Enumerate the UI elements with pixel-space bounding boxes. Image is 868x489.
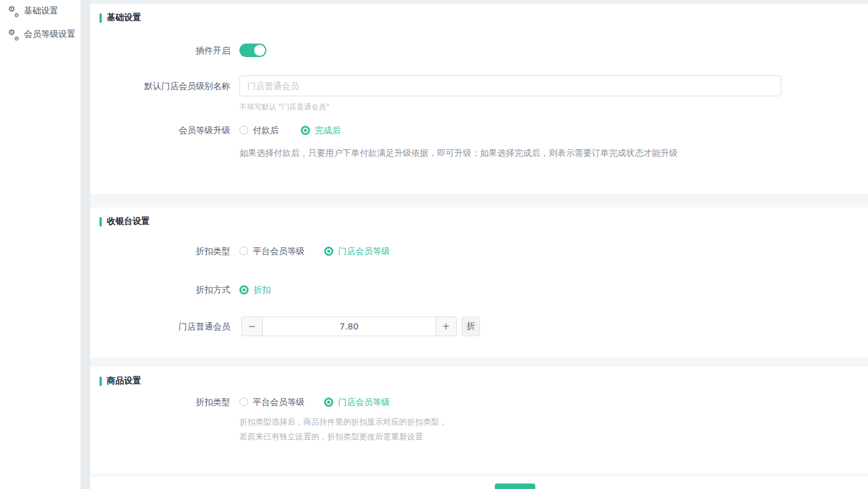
sidebar-item-basic-settings[interactable]: ⚙⚙ 基础设置 — [8, 4, 58, 18]
save-button[interactable] — [495, 483, 535, 489]
section-title-bar — [99, 377, 102, 386]
level-upgrade-help: 如果选择付款后，只要用户下单付款满足升级依据，即可升级；如果选择完成后，则表示需… — [239, 147, 678, 158]
radio-circle — [239, 247, 248, 255]
stepper-decrease-button[interactable]: − — [241, 317, 262, 336]
sidebar-item-label: 基础设置 — [24, 6, 58, 17]
cogs-icon: ⚙⚙ — [8, 6, 19, 16]
goods-discount-type-label: 折扣类型 — [90, 396, 230, 408]
radio-store-member-level[interactable]: 门店会员等级 — [324, 396, 390, 408]
sidebar-item-label: 会员等级设置 — [24, 29, 76, 40]
footer-divider — [90, 473, 868, 477]
level-upgrade-radio-group: 付款后 完成后 — [239, 124, 341, 136]
sidebar-item-member-level-settings[interactable]: ⚙⚙ 会员等级设置 — [8, 27, 76, 42]
cashier-discount-type-radio-group: 平台会员等级 门店会员等级 — [239, 245, 390, 257]
discount-mode-label: 折扣方式 — [90, 283, 230, 296]
discount-stepper: − + 折 — [241, 317, 480, 336]
member-settings-page: ⚙⚙ 基础设置 ⚙⚙ 会员等级设置 基础设置 插件开启 默认门店会员级别名称 不… — [0, 0, 868, 489]
radio-circle — [301, 126, 310, 135]
stepper-increase-button[interactable]: + — [436, 317, 457, 336]
stepper-value-input[interactable] — [262, 317, 436, 336]
goods-settings-card: 商品设置 折扣类型 平台会员等级 门店会员等级 折扣类型选择后，商品挂件里的折扣… — [90, 367, 868, 473]
radio-after-payment[interactable]: 付款后 — [239, 124, 279, 136]
cogs-icon: ⚙⚙ — [8, 29, 19, 39]
default-level-name-input[interactable] — [239, 75, 781, 96]
section-title-goods: 商品设置 — [99, 375, 141, 387]
goods-discount-help-line2: 若原来已有独立设置的，折扣类型更改后需重新设置 — [239, 431, 423, 442]
sidebar: ⚙⚙ 基础设置 ⚙⚙ 会员等级设置 — [0, 0, 80, 489]
card-gap — [90, 358, 868, 367]
radio-circle — [239, 126, 248, 134]
plugin-enable-label: 插件开启 — [90, 44, 230, 56]
store-member-discount-label: 门店普通会员 — [90, 320, 230, 333]
section-title-text: 收银台设置 — [107, 216, 150, 227]
radio-after-completion[interactable]: 完成后 — [301, 124, 341, 136]
radio-circle — [239, 285, 249, 295]
section-title-cashier: 收银台设置 — [99, 216, 150, 227]
radio-store-member-level[interactable]: 门店会员等级 — [324, 245, 390, 257]
section-title-bar — [99, 13, 102, 23]
discount-unit-addon: 折 — [462, 317, 480, 336]
cashier-settings-card: 收银台设置 折扣类型 平台会员等级 门店会员等级 折扣方式 折扣 — [90, 207, 868, 358]
default-level-name-help: 不填写默认 "门店普通会员" — [239, 102, 330, 112]
goods-discount-type-radio-group: 平台会员等级 门店会员等级 — [239, 396, 390, 408]
basic-settings-card: 基础设置 插件开启 默认门店会员级别名称 不填写默认 "门店普通会员" 会员等级… — [90, 4, 868, 194]
section-title-text: 基础设置 — [107, 12, 141, 23]
card-gap — [90, 194, 868, 207]
radio-circle — [324, 398, 333, 407]
radio-discount[interactable]: 折扣 — [239, 283, 271, 296]
footer-bar — [90, 477, 868, 489]
discount-mode-radio-group: 折扣 — [239, 283, 271, 296]
radio-circle — [324, 247, 333, 256]
sidebar-divider — [80, 0, 90, 489]
plugin-toggle[interactable] — [239, 44, 266, 57]
section-title-text: 商品设置 — [107, 375, 141, 387]
radio-platform-member-level[interactable]: 平台会员等级 — [239, 396, 304, 408]
level-upgrade-label: 会员等级升级 — [90, 124, 230, 136]
default-level-name-label: 默认门店会员级别名称 — [90, 80, 230, 92]
radio-circle — [239, 398, 248, 406]
cashier-discount-type-label: 折扣类型 — [90, 245, 230, 257]
section-title-basic: 基础设置 — [99, 12, 141, 23]
main-content: 基础设置 插件开启 默认门店会员级别名称 不填写默认 "门店普通会员" 会员等级… — [90, 0, 868, 489]
section-title-bar — [99, 217, 102, 226]
radio-platform-member-level[interactable]: 平台会员等级 — [239, 245, 304, 257]
goods-discount-help-line1: 折扣类型选择后，商品挂件里的折扣显示对应的折扣类型， — [239, 417, 447, 427]
